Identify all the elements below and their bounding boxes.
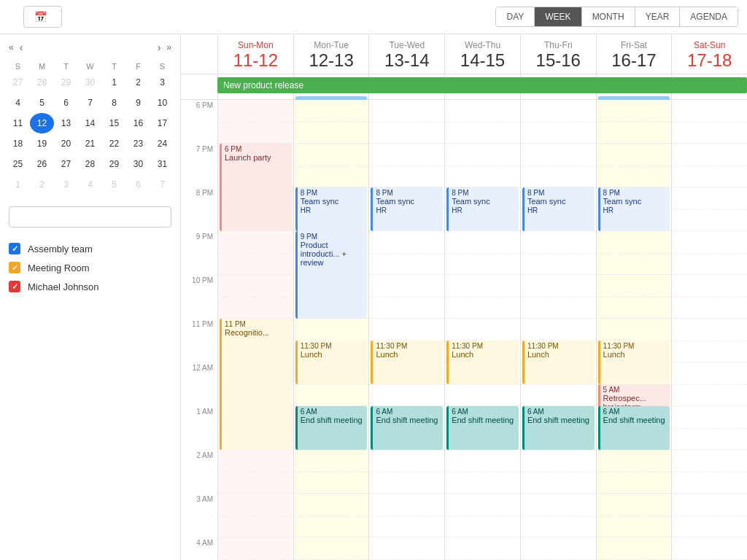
mini-cal-next[interactable]: › xyxy=(155,40,164,55)
calendar-event[interactable]: 11:30 PMLunch xyxy=(295,341,368,384)
day-number: 14-15 xyxy=(448,50,517,71)
mini-cal-day[interactable]: 19 xyxy=(30,133,54,154)
menu-button[interactable] xyxy=(9,14,18,20)
time-grid: 6 PM7 PM8 PM9 PM10 PM11 PM12 AM1 AM2 AM3… xyxy=(181,100,747,560)
mini-cal-prev[interactable]: ‹ xyxy=(17,40,26,55)
view-week[interactable]: WEEK xyxy=(535,7,581,26)
mini-cal-day[interactable]: 12 xyxy=(30,113,54,133)
mini-cal-day[interactable]: 31 xyxy=(150,154,174,174)
cal-checkbox-meeting[interactable] xyxy=(9,262,20,273)
mini-cal-day[interactable]: 6 xyxy=(54,93,78,113)
mini-cal-day[interactable]: 27 xyxy=(6,72,30,93)
mini-cal-day[interactable]: 11 xyxy=(6,113,30,133)
mini-cal-day[interactable]: 1 xyxy=(102,72,126,93)
mini-cal-day[interactable]: 18 xyxy=(6,133,30,154)
calendar-event[interactable]: 8 PMTeam syncHR xyxy=(295,187,368,231)
hour-cell xyxy=(672,231,747,275)
mini-cal-day[interactable]: 21 xyxy=(78,133,102,154)
hour-cell xyxy=(294,100,369,144)
mini-cal-day[interactable]: 17 xyxy=(150,113,174,133)
mini-cal-day[interactable]: 20 xyxy=(54,133,78,154)
mini-cal-day[interactable]: 9 xyxy=(126,93,150,113)
allday-banner: New product release xyxy=(217,77,747,93)
view-day[interactable]: DAY xyxy=(496,7,535,26)
cal-checkbox-michael[interactable] xyxy=(9,281,20,292)
mini-cal-day[interactable]: 23 xyxy=(126,133,150,154)
hour-cell xyxy=(597,100,672,144)
mini-cal-day[interactable]: 1 xyxy=(6,174,30,195)
time-label: 4 AM xyxy=(181,537,217,560)
calendar-event[interactable]: 8 PMTeam syncHR xyxy=(522,187,595,231)
mini-cal-day[interactable]: 30 xyxy=(126,154,150,174)
calendar-event[interactable]: 11:30 PMLunch xyxy=(446,341,519,384)
view-agenda[interactable]: AGENDA xyxy=(680,7,738,26)
calendar-event[interactable]: 6 AMEnd shift meeting xyxy=(371,406,443,450)
allday-row: New product release Kick-off DayStretch … xyxy=(181,74,747,100)
mini-cal-day[interactable]: 3 xyxy=(150,72,174,93)
calendar-event[interactable]: 11:30 PMLunch xyxy=(371,341,443,384)
mini-cal-next-next[interactable]: » xyxy=(163,41,174,54)
calendar-event[interactable]: 11:30 PMLunch xyxy=(598,341,670,384)
grid-body: 6 PMLaunch party11 PMRecognitio...8 PMTe… xyxy=(217,100,747,560)
event-time: 11:30 PM xyxy=(527,342,592,350)
mini-cal-day[interactable]: 13 xyxy=(54,113,78,133)
hour-cell xyxy=(445,450,520,494)
mini-cal-day[interactable]: 2 xyxy=(126,72,150,93)
day-range: Tue-Wed xyxy=(372,40,441,50)
mini-cal-day[interactable]: 30 xyxy=(78,72,102,93)
mini-cal-day[interactable]: 24 xyxy=(150,133,174,154)
mini-cal-day[interactable]: 28 xyxy=(78,154,102,174)
mini-cal-day[interactable]: 2 xyxy=(30,174,54,195)
mini-cal-header: « ‹ › » xyxy=(6,40,174,55)
day-number: 11-12 xyxy=(221,50,290,71)
mini-cal-prev-prev[interactable]: « xyxy=(6,41,17,54)
calendar-event[interactable]: 6 PMLaunch party xyxy=(220,144,292,231)
calendar-event[interactable]: 6 AMEnd shift meeting xyxy=(295,406,368,450)
mini-cal-day[interactable]: 7 xyxy=(78,93,102,113)
calendar-event[interactable]: 8 PMTeam syncHR xyxy=(446,187,519,231)
search-input[interactable] xyxy=(9,206,171,228)
mini-cal-day[interactable]: 29 xyxy=(102,154,126,174)
prev-button[interactable] xyxy=(68,14,80,20)
mini-cal-day[interactable]: 29 xyxy=(54,72,78,93)
mini-cal-day[interactable]: 10 xyxy=(150,93,174,113)
mini-cal-day[interactable]: 4 xyxy=(6,93,30,113)
mini-cal-day[interactable]: 26 xyxy=(30,154,54,174)
mini-cal-day[interactable]: 6 xyxy=(126,174,150,195)
mini-cal-day[interactable]: 27 xyxy=(54,154,78,174)
today-button[interactable]: 📅 xyxy=(23,6,62,28)
main-content: « ‹ › » SMTWTFS 272829301234567891011121… xyxy=(0,34,747,560)
calendar-event[interactable]: 6 AMEnd shift meeting xyxy=(522,406,595,450)
event-title: Launch party xyxy=(225,153,271,162)
mini-cal-day[interactable]: 25 xyxy=(6,154,30,174)
event-title: Recognitio... xyxy=(225,328,269,337)
calendar-event[interactable]: 6 AMEnd shift meeting xyxy=(598,406,670,450)
view-year[interactable]: YEAR xyxy=(635,7,681,26)
calendar-event[interactable]: 11:30 PMLunch xyxy=(522,341,595,384)
view-month[interactable]: MONTH xyxy=(582,7,635,26)
hour-cell xyxy=(369,450,444,494)
mini-cal-day[interactable]: 14 xyxy=(78,113,102,133)
calendar-area: Sun-Mon11-12Mon-Tue12-13Tue-Wed13-14Wed-… xyxy=(181,34,747,560)
mini-cal-day[interactable]: 8 xyxy=(102,93,126,113)
mini-cal-day[interactable]: 3 xyxy=(54,174,78,195)
mini-cal-day[interactable]: 5 xyxy=(30,93,54,113)
day-number: 15-16 xyxy=(524,50,593,71)
mini-cal-day[interactable]: 5 xyxy=(102,174,126,195)
event-title: Lunch xyxy=(301,350,322,359)
calendar-event[interactable]: 11 PMRecognitio... xyxy=(220,319,292,450)
next-button[interactable] xyxy=(85,14,97,20)
calendar-event[interactable]: 9 PMProduct introducti... + review xyxy=(295,231,368,319)
mini-cal-day[interactable]: 16 xyxy=(126,113,150,133)
cal-checkbox-assembly[interactable] xyxy=(9,243,20,254)
event-time: 11:30 PM xyxy=(301,342,365,350)
hour-cell xyxy=(597,231,672,275)
calendar-event[interactable]: 8 PMTeam syncHR xyxy=(598,187,670,231)
mini-cal-day[interactable]: 15 xyxy=(102,113,126,133)
mini-cal-day[interactable]: 7 xyxy=(150,174,174,195)
calendar-event[interactable]: 6 AMEnd shift meeting xyxy=(446,406,519,450)
mini-cal-day[interactable]: 4 xyxy=(78,174,102,195)
mini-cal-day[interactable]: 22 xyxy=(102,133,126,154)
mini-cal-day[interactable]: 28 xyxy=(30,72,54,93)
calendar-event[interactable]: 8 PMTeam syncHR xyxy=(371,187,443,231)
